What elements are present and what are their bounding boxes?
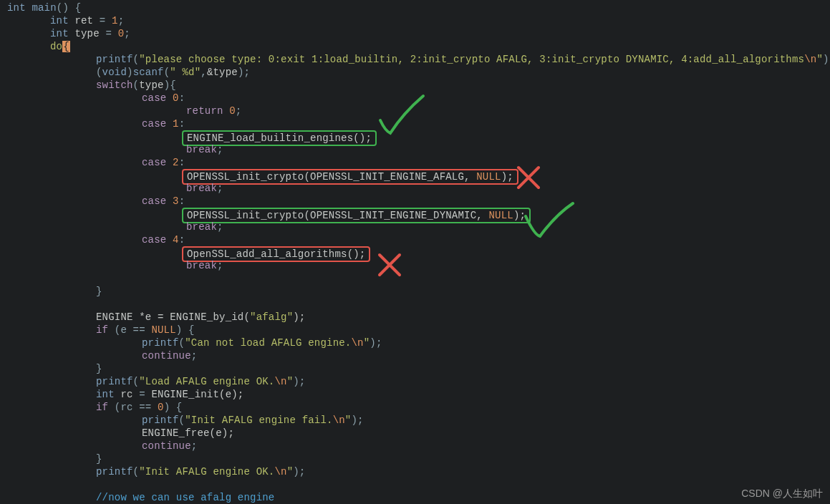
blank-line	[7, 272, 830, 285]
code-line: case 3:	[7, 195, 830, 208]
code-line: printf("please choose type: 0:exit 1:loa…	[7, 53, 830, 66]
cursor-brace: {	[62, 41, 70, 52]
code-line: continue;	[7, 440, 830, 452]
code-line: int rc = ENGINE_init(e);	[7, 388, 830, 401]
code-editor[interactable]: int main() { int ret = 1; int type = 0; …	[0, 0, 830, 504]
code-line: ENGINE *e = ENGINE_by_id("afalg");	[7, 311, 830, 324]
code-line: printf("Init AFALG engine OK.\n");	[7, 465, 830, 478]
code-line: //now we can use afalg engine	[7, 491, 830, 504]
code-line: printf("Can not load AFALG engine.\n");	[7, 336, 830, 349]
code-line: switch(type){	[7, 79, 830, 92]
code-line: case 2:	[7, 156, 830, 169]
code-line: printf("Load AFALG engine OK.\n");	[7, 375, 830, 388]
code-line: return 0;	[7, 105, 830, 117]
highlight-box-red: OPENSSL_init_crypto(OPENSSL_INIT_ENGINE_…	[182, 169, 518, 185]
code-line: }	[7, 285, 830, 298]
code-line: }	[7, 362, 830, 375]
highlight-box-green: OPENSSL_init_crypto(OPENSSL_INIT_ENGINE_…	[182, 208, 531, 223]
code-line: OPENSSL_init_crypto(OPENSSL_INIT_ENGINE_…	[7, 169, 830, 182]
code-line: if (e == NULL) {	[7, 324, 830, 336]
code-line: ENGINE_free(e);	[7, 427, 830, 440]
code-line: (void)scanf(" %d",&type);	[7, 66, 830, 79]
code-line: ENGINE_load_builtin_engines();	[7, 130, 830, 143]
code-line: case 4:	[7, 233, 830, 246]
code-line: continue;	[7, 349, 830, 362]
code-line: break;	[7, 143, 830, 156]
code-line: printf("Init AFALG engine fail.\n");	[7, 414, 830, 427]
code-line: int type = 0;	[7, 27, 830, 40]
code-line: int ret = 1;	[7, 14, 830, 27]
code-line: case 0:	[7, 92, 830, 105]
code-line: }	[7, 452, 830, 465]
blank-line	[7, 298, 830, 311]
code-line: case 1:	[7, 117, 830, 130]
code-line: OpenSSL_add_all_algorithms();	[7, 246, 830, 259]
code-line: do{	[7, 40, 830, 53]
watermark: CSDN @人生如叶	[741, 487, 823, 500]
code-line: break;	[7, 259, 830, 272]
code-line: int main() {	[7, 1, 830, 14]
code-line: OPENSSL_init_crypto(OPENSSL_INIT_ENGINE_…	[7, 208, 830, 220]
code-line: if (rc == 0) {	[7, 401, 830, 414]
blank-line	[7, 478, 830, 491]
